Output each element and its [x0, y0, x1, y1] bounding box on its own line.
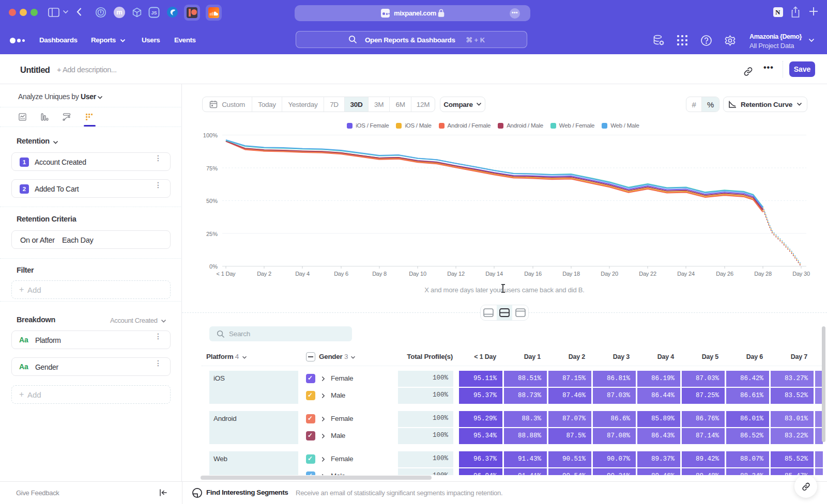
svg-text:Day 14: Day 14 — [485, 271, 503, 277]
svg-text:Day 2: Day 2 — [257, 271, 271, 277]
svg-text:Day 8: Day 8 — [372, 271, 387, 277]
svg-text:Day 12: Day 12 — [447, 271, 465, 277]
svg-text:100%: 100% — [203, 132, 218, 138]
svg-text:Day 22: Day 22 — [639, 271, 656, 277]
svg-text:Day 18: Day 18 — [562, 271, 580, 277]
svg-text:JS: JS — [151, 10, 157, 15]
svg-text:Day 30: Day 30 — [792, 271, 810, 277]
svg-text:Day 26: Day 26 — [716, 271, 733, 277]
svg-text:Day 28: Day 28 — [754, 271, 772, 277]
svg-text:Day 20: Day 20 — [601, 271, 618, 277]
svg-text:Day 16: Day 16 — [524, 271, 542, 277]
svg-text:0%: 0% — [209, 263, 218, 270]
svg-text:50%: 50% — [206, 198, 218, 204]
svg-text:Day 6: Day 6 — [334, 271, 348, 277]
svg-text:25%: 25% — [206, 231, 218, 237]
svg-text:Day 24: Day 24 — [677, 271, 695, 277]
svg-text:Day 4: Day 4 — [295, 271, 310, 277]
svg-text:Day 10: Day 10 — [409, 271, 426, 277]
svg-text:75%: 75% — [206, 165, 218, 171]
svg-text:< 1 Day: < 1 Day — [217, 271, 236, 277]
